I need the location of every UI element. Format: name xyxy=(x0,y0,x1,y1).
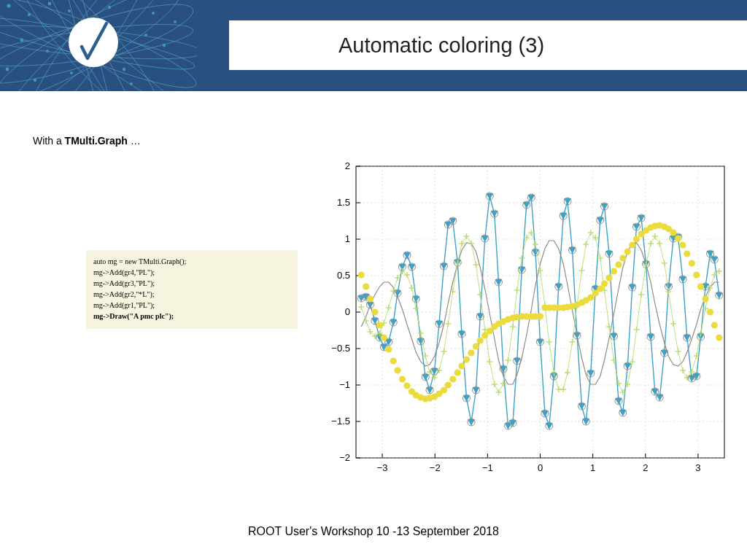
svg-text:−2: −2 xyxy=(430,462,441,473)
title-banner: Automatic coloring (3) xyxy=(0,0,747,91)
svg-point-318 xyxy=(367,295,374,302)
svg-point-393 xyxy=(711,322,718,328)
intro-text: With a TMulti.Graph … xyxy=(33,135,141,147)
svg-point-19 xyxy=(20,39,24,42)
svg-point-13 xyxy=(7,4,10,7)
svg-point-337 xyxy=(454,369,461,376)
svg-point-369 xyxy=(601,280,608,287)
svg-point-341 xyxy=(473,343,479,349)
svg-point-340 xyxy=(468,349,474,356)
footer-text: ROOT User's Workshop 10 -13 September 20… xyxy=(0,525,747,538)
svg-point-23 xyxy=(70,71,73,74)
svg-point-26 xyxy=(174,20,177,23)
svg-text:−1: −1 xyxy=(482,462,493,473)
svg-text:3: 3 xyxy=(695,462,700,473)
svg-point-355 xyxy=(537,313,543,319)
svg-point-392 xyxy=(707,308,713,315)
svg-point-370 xyxy=(605,274,612,281)
code-line: mg->Add(gr1,"PL"); xyxy=(93,300,290,311)
svg-point-15 xyxy=(48,2,52,6)
svg-point-27 xyxy=(144,34,147,36)
code-block: auto mg = new TMulti.Graph(); mg->Add(gr… xyxy=(86,250,298,329)
svg-text:2: 2 xyxy=(643,462,648,473)
svg-point-324 xyxy=(394,367,400,373)
intro-prefix: With a xyxy=(33,135,65,147)
svg-point-386 xyxy=(679,241,686,248)
intro-suffix: … xyxy=(128,135,141,147)
svg-text:1.5: 1.5 xyxy=(337,197,350,208)
svg-point-394 xyxy=(716,334,722,341)
svg-point-22 xyxy=(34,79,36,82)
svg-text:0.5: 0.5 xyxy=(337,270,350,281)
intro-class-name: TMulti.Graph xyxy=(65,135,128,147)
svg-point-325 xyxy=(399,376,406,382)
svg-point-20 xyxy=(46,50,49,52)
svg-text:−0.5: −0.5 xyxy=(331,343,350,354)
svg-point-317 xyxy=(363,283,369,289)
svg-point-17 xyxy=(108,6,111,9)
svg-point-388 xyxy=(689,260,695,266)
svg-point-320 xyxy=(376,322,383,328)
svg-text:1: 1 xyxy=(345,233,350,244)
svg-point-18 xyxy=(152,12,155,15)
svg-point-319 xyxy=(371,308,378,315)
svg-point-339 xyxy=(463,356,470,362)
svg-point-326 xyxy=(403,382,410,389)
svg-text:1: 1 xyxy=(590,462,595,473)
svg-point-323 xyxy=(390,357,397,364)
svg-point-390 xyxy=(697,283,704,289)
svg-point-321 xyxy=(381,334,387,341)
svg-point-316 xyxy=(358,271,365,278)
svg-point-372 xyxy=(615,261,622,268)
code-line: mg->Add(gr2,"*L"); xyxy=(93,289,290,300)
svg-point-29 xyxy=(69,18,118,67)
code-line: auto mg = new TMulti.Graph(); xyxy=(93,256,290,267)
svg-point-384 xyxy=(670,229,676,236)
svg-point-375 xyxy=(629,241,635,248)
svg-point-28 xyxy=(130,82,133,85)
svg-text:0: 0 xyxy=(345,306,350,317)
svg-text:2: 2 xyxy=(345,160,350,171)
svg-text:−1.5: −1.5 xyxy=(331,416,350,427)
svg-point-385 xyxy=(675,235,681,241)
svg-point-24 xyxy=(123,68,125,71)
svg-point-391 xyxy=(702,295,708,302)
svg-point-335 xyxy=(445,381,452,388)
code-line-emphasis: mg->Draw("A pmc plc"); xyxy=(93,311,290,322)
svg-point-14 xyxy=(28,13,31,16)
title-bar: Automatic coloring (3) xyxy=(229,20,747,70)
svg-point-387 xyxy=(684,250,690,257)
svg-point-374 xyxy=(624,248,631,254)
svg-point-336 xyxy=(449,376,456,382)
svg-point-373 xyxy=(619,254,626,261)
logo-swirl-graphic xyxy=(0,0,197,91)
svg-text:−2: −2 xyxy=(339,452,350,463)
svg-point-25 xyxy=(163,44,166,47)
svg-point-21 xyxy=(6,68,9,71)
svg-point-322 xyxy=(385,346,392,352)
code-line: mg->Add(gr4,"PL"); xyxy=(93,267,290,278)
svg-point-342 xyxy=(477,337,484,343)
svg-point-16 xyxy=(68,9,71,12)
svg-text:0: 0 xyxy=(538,462,543,473)
svg-point-376 xyxy=(633,236,640,242)
slide-title: Automatic coloring (3) xyxy=(338,34,544,58)
svg-text:−1: −1 xyxy=(339,379,350,390)
svg-point-371 xyxy=(611,268,617,274)
svg-point-338 xyxy=(458,362,465,369)
multigraph-chart: −3−2−10123−2−1.5−1−0.500.511.52 xyxy=(323,159,732,480)
svg-text:−3: −3 xyxy=(377,462,388,473)
svg-point-389 xyxy=(693,271,700,278)
code-line: mg->Add(gr3,"PL"); xyxy=(93,278,290,289)
